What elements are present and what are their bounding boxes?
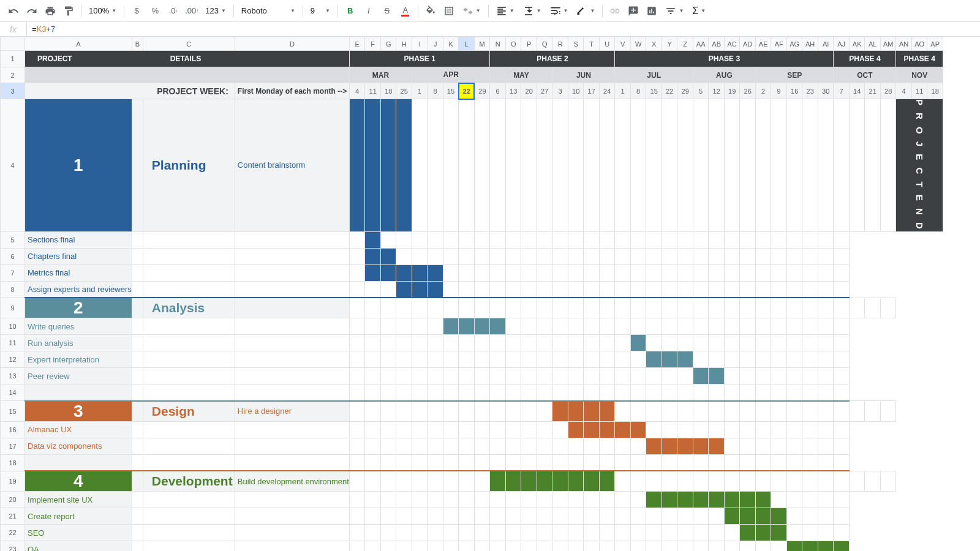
row-header[interactable]: 14 bbox=[1, 384, 25, 401]
col-header[interactable]: Q bbox=[537, 37, 552, 51]
task-label[interactable]: Hire a designer bbox=[235, 401, 349, 422]
borders-button[interactable] bbox=[440, 2, 458, 20]
row-header[interactable]: 21 bbox=[1, 508, 25, 525]
row-header[interactable]: 10 bbox=[1, 318, 25, 335]
task-label[interactable]: Assign experts and reviewers bbox=[25, 281, 132, 298]
col-header[interactable]: T bbox=[584, 37, 600, 51]
decrease-decimal-button[interactable]: .0↓ bbox=[165, 2, 182, 20]
task-label[interactable]: QA bbox=[25, 541, 132, 551]
row-header[interactable]: 3 bbox=[1, 83, 25, 99]
row-header[interactable]: 13 bbox=[1, 368, 25, 384]
strike-button[interactable]: S bbox=[379, 2, 396, 20]
task-label[interactable] bbox=[25, 384, 132, 401]
col-header[interactable]: AH bbox=[802, 37, 818, 51]
col-header[interactable]: F bbox=[365, 37, 381, 51]
col-header[interactable]: AG bbox=[786, 37, 802, 51]
task-label[interactable]: Peer review bbox=[25, 368, 132, 384]
col-header[interactable]: AD bbox=[740, 37, 756, 51]
redo-button[interactable] bbox=[23, 2, 40, 20]
row-header[interactable]: 2 bbox=[1, 67, 25, 83]
col-header[interactable]: AI bbox=[818, 37, 834, 51]
col-header[interactable]: P bbox=[521, 37, 537, 51]
row-header[interactable]: 5 bbox=[1, 231, 25, 248]
col-header[interactable]: W bbox=[630, 37, 646, 51]
row-header[interactable]: 12 bbox=[1, 351, 25, 368]
col-header[interactable]: E bbox=[349, 37, 365, 51]
row-header[interactable]: 8 bbox=[1, 281, 25, 298]
col-header[interactable]: AF bbox=[771, 37, 787, 51]
row-header[interactable]: 16 bbox=[1, 421, 25, 438]
italic-button[interactable]: I bbox=[360, 2, 377, 20]
col-header[interactable]: Y bbox=[662, 37, 677, 51]
col-header[interactable]: C bbox=[143, 37, 235, 51]
print-button[interactable] bbox=[42, 2, 59, 20]
col-header[interactable]: Z bbox=[677, 37, 693, 51]
col-header[interactable]: AK bbox=[849, 37, 865, 51]
task-label[interactable] bbox=[25, 454, 132, 471]
col-header[interactable]: AO bbox=[911, 37, 927, 51]
col-header[interactable]: D bbox=[235, 37, 349, 51]
spreadsheet-grid[interactable]: ABCDEFGHIJKLMNOPQRSTUVWXYZAAABACADAEAFAG… bbox=[0, 37, 980, 551]
paint-format-button[interactable] bbox=[60, 2, 77, 20]
col-header[interactable]: AA bbox=[693, 37, 709, 51]
merge-button[interactable]: ▼ bbox=[459, 2, 484, 20]
task-label[interactable]: Metrics final bbox=[25, 264, 132, 281]
col-header[interactable]: AN bbox=[896, 37, 912, 51]
col-header[interactable]: AP bbox=[927, 37, 943, 51]
col-header[interactable]: G bbox=[380, 37, 396, 51]
row-header[interactable]: 19 bbox=[1, 471, 25, 492]
task-label[interactable]: Run analysis bbox=[25, 335, 132, 351]
currency-button[interactable]: $ bbox=[128, 2, 145, 20]
task-label[interactable] bbox=[235, 298, 349, 318]
col-header[interactable]: AC bbox=[724, 37, 740, 51]
row-header[interactable]: 6 bbox=[1, 248, 25, 264]
halign-button[interactable]: ▼ bbox=[492, 2, 518, 20]
row-header[interactable]: 9 bbox=[1, 298, 25, 318]
row-header[interactable]: 1 bbox=[1, 51, 25, 67]
row-header[interactable]: 18 bbox=[1, 454, 25, 471]
fill-color-button[interactable] bbox=[422, 2, 439, 20]
col-header[interactable]: N bbox=[490, 37, 506, 51]
rotate-button[interactable]: ▼ bbox=[573, 2, 598, 20]
undo-button[interactable] bbox=[5, 2, 22, 20]
task-label[interactable]: Write queries bbox=[25, 318, 132, 335]
col-header[interactable]: O bbox=[505, 37, 521, 51]
row-header[interactable]: 20 bbox=[1, 492, 25, 508]
col-header[interactable]: B bbox=[132, 37, 143, 51]
task-label[interactable]: Chapters final bbox=[25, 248, 132, 264]
functions-button[interactable]: Σ▼ bbox=[688, 2, 709, 20]
task-label[interactable]: SEO bbox=[25, 525, 132, 541]
valign-button[interactable]: ▼ bbox=[519, 2, 545, 20]
row-header[interactable]: 15 bbox=[1, 401, 25, 422]
task-label[interactable]: Sections final bbox=[25, 231, 132, 248]
font-select[interactable]: Roboto▼ bbox=[238, 2, 299, 20]
font-size-select[interactable]: 9▼ bbox=[307, 2, 334, 20]
bold-button[interactable]: B bbox=[342, 2, 359, 20]
zoom-select[interactable]: 100%▼ bbox=[85, 2, 120, 20]
col-header[interactable]: S bbox=[568, 37, 584, 51]
col-header[interactable]: AB bbox=[709, 37, 725, 51]
col-header[interactable]: H bbox=[396, 37, 412, 51]
task-label[interactable]: Build development environment bbox=[235, 471, 349, 492]
percent-button[interactable]: % bbox=[146, 2, 164, 20]
more-formats-select[interactable]: 123▼ bbox=[202, 2, 230, 20]
chart-button[interactable] bbox=[643, 2, 660, 20]
text-color-button[interactable]: A bbox=[397, 2, 414, 20]
task-label[interactable]: Implement site UX bbox=[25, 492, 132, 508]
row-header[interactable]: 22 bbox=[1, 525, 25, 541]
formula-input[interactable]: =K3+7 bbox=[27, 24, 980, 34]
task-label[interactable]: Expert interpretation bbox=[25, 351, 132, 368]
task-label[interactable]: Content brainstorm bbox=[235, 99, 349, 232]
col-header[interactable]: X bbox=[646, 37, 662, 51]
col-header[interactable]: R bbox=[552, 37, 568, 51]
col-header[interactable]: AE bbox=[755, 37, 771, 51]
row-header[interactable]: 23 bbox=[1, 541, 25, 551]
col-header[interactable]: J bbox=[428, 37, 443, 51]
col-header[interactable]: A bbox=[25, 37, 132, 51]
row-header[interactable]: 4 bbox=[1, 99, 25, 232]
col-header[interactable]: I bbox=[412, 37, 428, 51]
row-header[interactable]: 11 bbox=[1, 335, 25, 351]
col-header[interactable]: AJ bbox=[834, 37, 850, 51]
task-label[interactable]: Create report bbox=[25, 508, 132, 525]
col-header[interactable]: K bbox=[443, 37, 459, 51]
